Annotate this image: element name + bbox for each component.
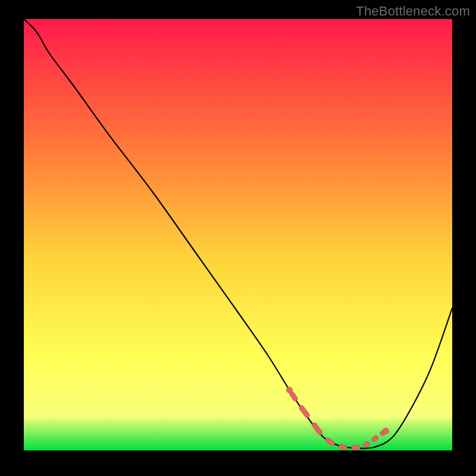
bottleneck-chart [0,0,476,476]
marker-segment [352,445,361,450]
watermark-text: TheBottleneck.com [356,4,470,19]
chart-frame: TheBottleneck.com [0,0,476,476]
gradient-background [24,19,452,450]
marker-endpoint [383,428,389,434]
marker-endpoint [286,387,292,393]
